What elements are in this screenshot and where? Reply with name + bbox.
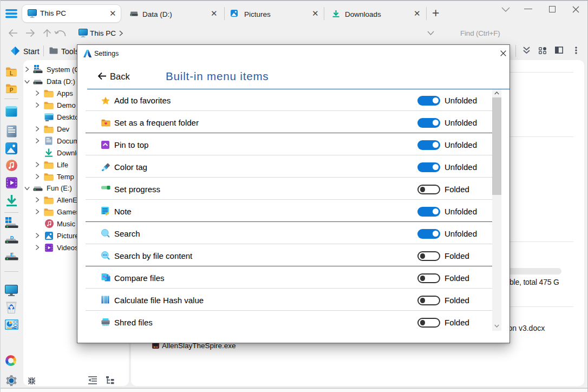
svg-text:D: D: [10, 235, 14, 240]
svg-text:P: P: [10, 87, 14, 93]
svg-text:L: L: [10, 70, 13, 76]
svg-text:E: E: [10, 252, 14, 257]
